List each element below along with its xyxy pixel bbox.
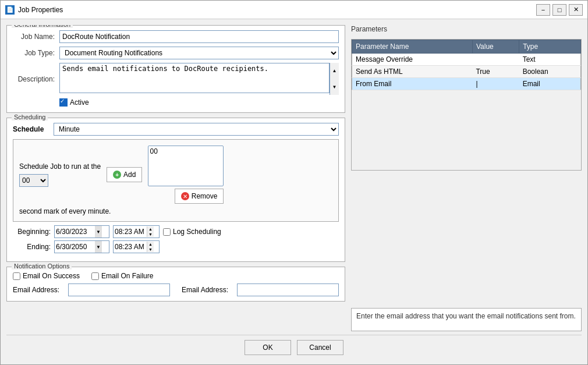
job-name-label: Job Name: — [13, 33, 59, 41]
email-on-success-label: Email On Success — [23, 272, 80, 280]
ending-time-up[interactable]: ▲ — [147, 242, 154, 247]
cancel-button[interactable]: Cancel — [297, 340, 343, 355]
schedule-run-text: Schedule Job to run at the — [19, 162, 101, 171]
add-label: Add — [123, 171, 136, 179]
remove-label: Remove — [192, 192, 218, 200]
param-type-header: Type — [519, 40, 581, 54]
description-wrapper: Sends email notifications to DocRoute re… — [59, 63, 339, 95]
job-type-select[interactable]: Document Routing Notifications — [59, 47, 339, 59]
window-body: General Information Job Name: Job Type: … — [1, 19, 587, 364]
second-select[interactable]: 00 15 30 45 — [19, 174, 48, 187]
email-address-row: Email Address: Email Address: — [13, 284, 339, 296]
scroll-up-button[interactable]: ▲ — [330, 63, 339, 79]
param-type-cell: Email — [519, 78, 581, 90]
ok-button[interactable]: OK — [245, 340, 291, 355]
remove-icon: ✕ — [181, 192, 189, 200]
param-value-header: Value — [472, 40, 519, 54]
parameters-container: Parameter Name Value Type Message Overri… — [351, 39, 582, 301]
table-row[interactable]: Send As HTMLTrueBoolean — [352, 66, 581, 78]
active-label: Active — [70, 98, 89, 107]
main-content: General Information Job Name: Job Type: … — [6, 25, 582, 331]
maximize-button[interactable]: □ — [552, 4, 566, 16]
beginning-date-field[interactable] — [56, 228, 94, 236]
job-type-row: Job Type: Document Routing Notifications — [13, 47, 339, 59]
ending-time-down[interactable]: ▼ — [147, 247, 154, 252]
param-name-cell: Message Override — [352, 54, 473, 66]
beginning-time-up[interactable]: ▲ — [147, 226, 154, 232]
ending-date-input: ▼ — [54, 240, 109, 253]
param-type-cell: Text — [519, 54, 581, 66]
log-scheduling-checkbox[interactable] — [163, 228, 171, 236]
ending-time-spin: ▲ ▼ — [147, 242, 154, 252]
scheduling-title: Scheduling — [12, 114, 48, 121]
email-on-failure-checkbox[interactable] — [91, 272, 99, 280]
left-panel: General Information Job Name: Job Type: … — [6, 25, 345, 331]
beginning-time-down[interactable]: ▼ — [147, 232, 154, 237]
beginning-date-dropdown[interactable]: ▼ — [95, 226, 102, 238]
beginning-time-spin: ▲ ▼ — [147, 226, 154, 237]
description-textarea[interactable]: Sends email notifications to DocRoute re… — [59, 63, 330, 93]
notification-checkboxes-row: Email On Success Email On Failure — [13, 272, 339, 280]
window-icon: 📄 — [5, 5, 15, 15]
param-value-cell: True — [472, 66, 519, 78]
description-row: Description: Sends email notifications t… — [13, 63, 339, 95]
job-name-input[interactable] — [59, 30, 339, 43]
schedule-label: Schedule — [13, 125, 54, 133]
email-on-success-address-input[interactable] — [68, 284, 170, 296]
param-name-cell: Send As HTML — [352, 66, 473, 78]
minimize-button[interactable]: − — [536, 4, 550, 16]
close-button[interactable]: ✕ — [569, 4, 583, 16]
title-bar-buttons: − □ ✕ — [536, 4, 583, 16]
beginning-time-field[interactable] — [115, 228, 147, 236]
ending-date-field[interactable] — [56, 243, 94, 251]
footer: OK Cancel — [6, 335, 582, 359]
add-button[interactable]: + Add — [107, 167, 142, 182]
scheduling-section: Scheduling Schedule Minute Hourly Daily … — [6, 118, 345, 262]
parameters-label: Parameters — [351, 25, 582, 33]
param-name-header: Parameter Name — [352, 40, 473, 54]
notification-options-title: Notification Options — [12, 263, 72, 270]
parameters-table-wrapper: Parameter Name Value Type Message Overri… — [351, 39, 582, 171]
active-row: Active — [59, 98, 339, 107]
scroll-down-button[interactable]: ▼ — [330, 79, 339, 95]
param-value-cell — [472, 54, 519, 66]
log-scheduling-label: Log Scheduling — [173, 228, 221, 236]
param-value-cell: | — [472, 78, 519, 90]
table-row[interactable]: Message OverrideText — [352, 54, 581, 66]
email-on-failure-item: Email On Failure — [91, 272, 153, 280]
add-icon: + — [113, 171, 121, 179]
ending-row: Ending: ▼ ▲ ▼ — [13, 240, 339, 253]
param-type-cell: Boolean — [519, 66, 581, 78]
ending-time-field[interactable] — [115, 243, 147, 251]
ending-label: Ending: — [13, 243, 51, 251]
email-on-failure-address-input[interactable] — [237, 284, 339, 296]
general-info-title: General Information — [12, 25, 73, 28]
general-info-section: General Information Job Name: Job Type: … — [6, 25, 345, 113]
title-bar: 📄 Job Properties − □ ✕ — [1, 1, 587, 19]
params-header-row: Parameter Name Value Type — [352, 40, 581, 54]
email-on-success-item: Email On Success — [13, 272, 80, 280]
beginning-label: Beginning: — [13, 228, 51, 236]
beginning-date-input: ▼ — [54, 225, 109, 238]
log-scheduling-row: Log Scheduling — [163, 228, 221, 236]
description-scrollbar: ▲ ▼ — [330, 63, 339, 95]
job-type-label: Job Type: — [13, 49, 59, 57]
email-address-label-right: Email Address: — [182, 286, 231, 294]
job-name-row: Job Name: — [13, 30, 339, 43]
params-spacer — [351, 171, 582, 301]
schedule-type-row: Schedule Minute Hourly Daily Weekly — [13, 123, 339, 136]
beginning-time-input: ▲ ▼ — [113, 225, 160, 238]
table-row[interactable]: From Email|Email — [352, 78, 581, 90]
hint-box: Enter the email address that you want th… — [351, 308, 582, 331]
notification-options-section: Notification Options Email On Success Em… — [6, 267, 345, 302]
schedule-select[interactable]: Minute Hourly Daily Weekly — [54, 123, 339, 136]
param-name-cell: From Email — [352, 78, 473, 90]
remove-button[interactable]: ✕ Remove — [175, 189, 224, 204]
schedule-inner-content: Schedule Job to run at the 00 15 30 45 + — [19, 146, 332, 204]
schedule-list[interactable]: 00 — [148, 146, 224, 186]
email-on-failure-label: Email On Failure — [101, 272, 153, 280]
email-on-success-checkbox[interactable] — [13, 272, 20, 280]
ending-date-dropdown[interactable]: ▼ — [95, 241, 102, 253]
right-panel: Parameters Parameter Name Value Type — [351, 25, 582, 331]
active-checkbox[interactable] — [59, 98, 68, 107]
